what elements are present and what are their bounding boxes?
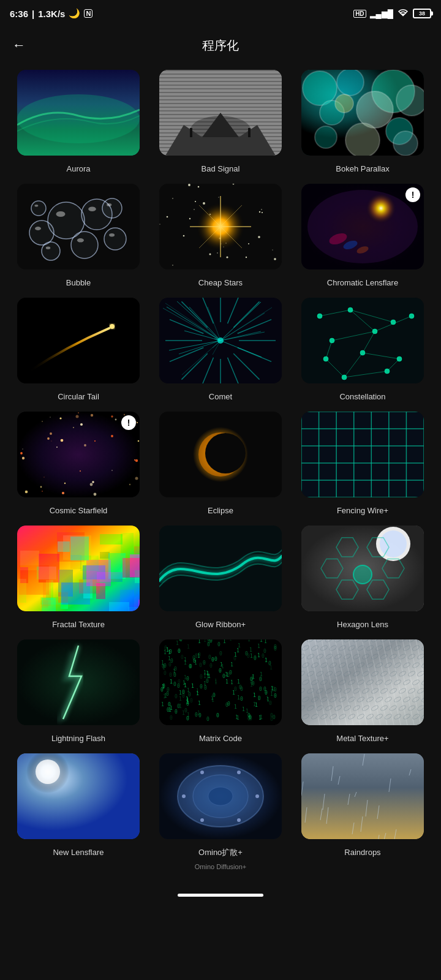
status-bar: 6:36 | 1.3K/s 🌙 N HD ▂▄▆█ 38 — [0, 0, 441, 27]
svg-text:0: 0 — [190, 698, 193, 704]
svg-point-88 — [226, 256, 228, 258]
svg-text:0: 0 — [268, 661, 271, 666]
svg-text:0: 0 — [160, 639, 164, 642]
grid-item-omino[interactable]: Omino扩散+Omino Diffusion+ — [152, 753, 289, 870]
svg-text:1: 1 — [191, 684, 194, 689]
svg-point-75 — [195, 201, 196, 202]
svg-point-60 — [107, 203, 111, 206]
svg-point-68 — [218, 197, 219, 197]
svg-point-188 — [80, 423, 83, 426]
svg-text:0: 0 — [258, 696, 261, 701]
grid-item-bubble[interactable]: Bubble — [10, 184, 147, 293]
svg-point-99 — [366, 193, 396, 224]
svg-text:1: 1 — [194, 660, 197, 666]
svg-point-69 — [183, 235, 185, 237]
header: ← 程序化 — [0, 27, 441, 64]
svg-point-63 — [246, 257, 247, 258]
item-sublabel-omino: Omino Diffusion+ — [195, 863, 246, 870]
svg-point-206 — [61, 439, 64, 442]
svg-point-1 — [17, 94, 140, 143]
grid-item-matrixcode[interactable]: 1100011010110110001001010101011011001100… — [152, 639, 289, 748]
svg-point-172 — [90, 483, 93, 486]
item-label-glowribbon: Glow Ribbon+ — [195, 615, 246, 635]
svg-rect-721 — [301, 753, 424, 839]
svg-point-178 — [92, 481, 94, 483]
grid-item-aurora[interactable]: Aurora — [10, 70, 147, 179]
svg-point-202 — [42, 421, 43, 422]
svg-point-46 — [56, 211, 66, 217]
svg-point-176 — [94, 493, 97, 496]
svg-point-90 — [167, 216, 168, 218]
grid-item-badsignal[interactable]: Bad Signal — [152, 70, 289, 179]
svg-rect-5 — [159, 74, 282, 75]
item-label-fractal: Fractal Texture — [52, 615, 105, 635]
grid-item-metaltexture[interactable]: Metal Texture+ — [294, 639, 431, 748]
svg-point-205 — [84, 444, 86, 447]
svg-text:1: 1 — [173, 669, 176, 674]
battery-icon: 38 — [413, 9, 431, 18]
svg-text:0: 0 — [175, 694, 178, 699]
grid-item-eclipse[interactable]: Eclipse — [152, 412, 289, 521]
svg-text:0: 0 — [169, 649, 172, 655]
svg-text:1: 1 — [179, 639, 182, 641]
svg-text:1: 1 — [223, 639, 226, 644]
svg-rect-331 — [97, 572, 123, 582]
svg-point-156 — [317, 314, 322, 318]
svg-text:1: 1 — [197, 654, 200, 659]
hd-badge: HD — [353, 10, 366, 18]
item-label-hexagonlens: Hexagon Lens — [337, 615, 388, 635]
svg-text:0: 0 — [203, 660, 206, 666]
svg-text:1: 1 — [225, 672, 228, 677]
svg-text:1: 1 — [242, 707, 245, 712]
item-label-comet: Comet — [209, 387, 232, 407]
status-right: HD ▂▄▆█ 38 — [353, 9, 431, 19]
svg-point-211 — [205, 433, 246, 473]
svg-rect-329 — [123, 558, 140, 578]
grid-item-circulartail[interactable]: Circular Tail — [10, 298, 147, 407]
svg-text:1: 1 — [198, 639, 201, 644]
svg-text:0: 0 — [200, 684, 203, 690]
grid-item-lightningflash[interactable]: Lightning Flash — [10, 639, 147, 748]
svg-text:0: 0 — [217, 642, 221, 647]
grid-item-glowribbon[interactable]: Glow Ribbon+ — [152, 526, 289, 635]
grid-item-newlensflare[interactable]: New Lensflare — [10, 753, 147, 870]
svg-text:0: 0 — [214, 657, 217, 662]
svg-rect-9 — [159, 88, 282, 89]
svg-text:1: 1 — [264, 639, 267, 644]
svg-point-74 — [172, 198, 173, 198]
grid-item-chromatic[interactable]: ! Chromatic Lensflare — [294, 184, 431, 293]
item-label-newlensflare: New Lensflare — [53, 843, 104, 862]
svg-point-159 — [330, 338, 334, 343]
svg-text:0: 0 — [254, 656, 257, 662]
back-button[interactable]: ← — [12, 37, 26, 53]
grid-item-comet[interactable]: Comet — [152, 298, 289, 407]
grid-item-hexagonlens[interactable]: Hexagon Lens — [294, 526, 431, 635]
grid-item-fencingwire[interactable]: Fencing Wire+ — [294, 412, 431, 521]
svg-point-200 — [134, 459, 135, 461]
svg-point-76 — [209, 254, 211, 255]
svg-point-48 — [35, 227, 41, 230]
svg-text:0: 0 — [213, 693, 216, 698]
grid-item-constellation[interactable]: Constellation — [294, 298, 431, 407]
grid-item-cheapstars[interactable]: Cheap Stars — [152, 184, 289, 293]
svg-point-163 — [360, 350, 365, 355]
svg-point-160 — [372, 329, 377, 334]
grid-item-fractal[interactable]: Fractal Texture — [10, 526, 147, 635]
grid-item-cosmicstarfield[interactable]: ! Cosmic Starfield — [10, 412, 147, 521]
svg-point-203 — [138, 440, 140, 442]
svg-point-191 — [115, 419, 117, 421]
grid-item-raindrops[interactable]: Raindrops — [294, 753, 431, 870]
svg-point-157 — [348, 307, 353, 312]
svg-text:1: 1 — [249, 647, 252, 653]
svg-text:1: 1 — [161, 702, 164, 707]
svg-point-174 — [129, 484, 130, 485]
page-title: 程序化 — [202, 37, 239, 54]
svg-text:1: 1 — [236, 715, 239, 721]
svg-point-182 — [76, 415, 79, 418]
signal-icon: ▂▄▆█ — [370, 9, 393, 18]
svg-point-204 — [62, 492, 64, 494]
svg-rect-302 — [134, 546, 140, 554]
grid-item-bokeh[interactable]: Bokeh Parallax — [294, 70, 431, 179]
svg-text:0: 0 — [186, 676, 189, 682]
svg-point-198 — [111, 415, 113, 417]
